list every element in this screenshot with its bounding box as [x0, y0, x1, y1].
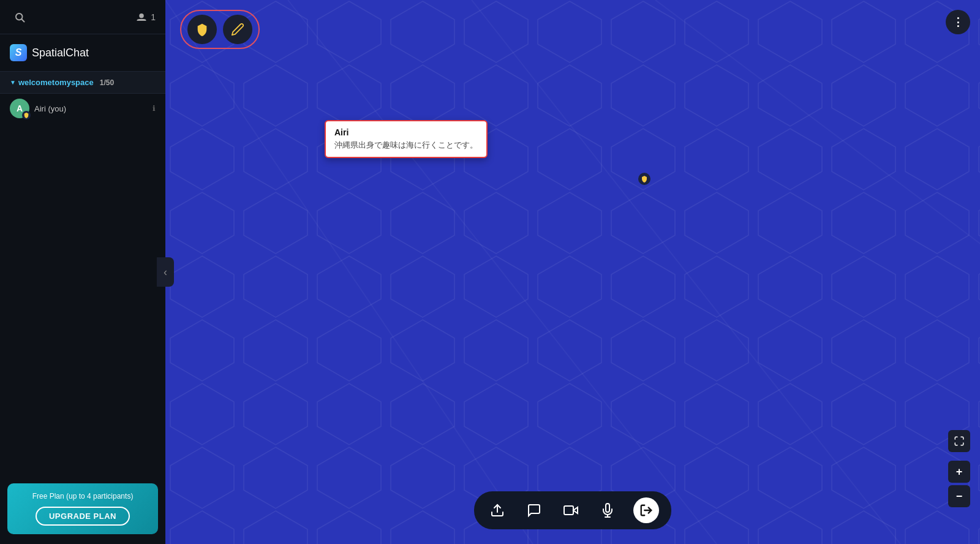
bottom-toolbar — [474, 491, 671, 529]
participant-row[interactable]: A Airi (you) ℹ — [0, 94, 165, 123]
participant-name: Airi (you) — [34, 104, 148, 113]
sidebar-top: 1 — [0, 0, 165, 34]
avatar-wrap: A — [10, 99, 29, 118]
sidebar: 1 S SpatialChat ▼ welcometomyspace 1/50 … — [0, 0, 165, 544]
zoom-controls: + − — [948, 461, 970, 507]
tooltip-name: Airi — [334, 127, 478, 137]
space-name: ▼ welcometomyspace 1/50 — [10, 78, 114, 87]
video-button[interactable] — [560, 499, 582, 521]
tooltip-bio: 沖縄県出身で趣味は海に行くことです。 — [334, 140, 478, 151]
participants-count-wrap: 1 — [136, 12, 156, 22]
svg-rect-11 — [564, 506, 573, 515]
fullscreen-button[interactable] — [948, 430, 970, 452]
svg-point-0 — [16, 13, 23, 20]
upgrade-banner-text: Free Plan (up to 4 participants) — [32, 492, 134, 501]
svg-marker-10 — [573, 507, 578, 513]
logo-text: SpatialChat — [32, 47, 89, 59]
pencil-tool-button[interactable] — [223, 15, 252, 44]
participant-count: 1 — [151, 12, 156, 22]
tool-icons-ring — [180, 10, 260, 49]
canvas-avatar-badge — [638, 173, 650, 185]
zoom-out-button[interactable]: − — [948, 485, 970, 507]
space-row[interactable]: ▼ welcometomyspace 1/50 — [0, 72, 165, 94]
more-options-button[interactable]: ⋮ — [946, 10, 970, 34]
collapse-sidebar-button[interactable]: ‹ — [157, 257, 174, 287]
zoom-in-button[interactable]: + — [948, 461, 970, 483]
search-button[interactable] — [10, 7, 29, 27]
logo-icon: S — [10, 44, 27, 61]
main-canvas: ⋮ Airi 沖縄県出身で趣味は海に行くことです。 — [165, 0, 980, 544]
leave-button[interactable] — [633, 497, 659, 523]
svg-line-1 — [22, 19, 24, 21]
user-tooltip: Airi 沖縄県出身で趣味は海に行くことです。 — [325, 120, 488, 158]
upgrade-banner: Free Plan (up to 4 participants) UPGRADE… — [7, 483, 158, 534]
background-pattern — [165, 0, 980, 544]
shield-tool-button[interactable] — [187, 15, 217, 44]
info-icon[interactable]: ℹ — [153, 104, 156, 113]
logo-area: S SpatialChat — [0, 34, 165, 72]
upgrade-plan-button[interactable]: UPGRADE PLAN — [36, 507, 130, 526]
mic-button[interactable] — [597, 499, 619, 521]
chat-button[interactable] — [523, 499, 545, 521]
share-button[interactable] — [486, 499, 508, 521]
svg-rect-4 — [165, 0, 980, 544]
avatar-badge — [22, 111, 31, 119]
